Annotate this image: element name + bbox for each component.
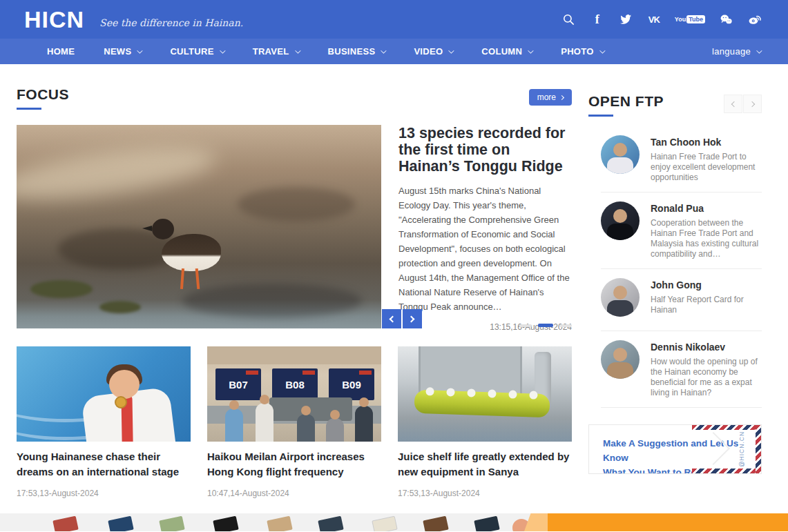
nav-item-travel[interactable]: TRAVEL — [253, 46, 299, 57]
person-name[interactable]: Ronald Pua — [651, 203, 762, 214]
banner-product-thumb — [108, 516, 133, 531]
person-description: Cooperation between the Hainan Free Trad… — [651, 218, 762, 259]
focus-slide-image[interactable] — [17, 125, 381, 328]
nav-item-video[interactable]: VIDEO — [414, 46, 452, 57]
vk-icon[interactable]: VK — [646, 12, 662, 27]
chevron-down-icon — [295, 48, 300, 53]
nav-item-label: CULTURE — [170, 46, 213, 57]
facebook-icon[interactable]: f — [590, 12, 605, 27]
site-header: HICN See the difference in Hainan. f VK … — [0, 0, 788, 39]
chevron-left-icon — [731, 101, 736, 106]
nav-item-business[interactable]: BUSINESS — [328, 46, 385, 57]
focus-carousel: 13 species recorded for the first time o… — [17, 125, 572, 328]
nav-item-culture[interactable]: CULTURE — [170, 46, 223, 57]
nav-item-news[interactable]: NEWS — [104, 46, 141, 57]
article-image-airport[interactable]: B07 B08 B09 — [207, 346, 381, 442]
beach-foam-decor — [17, 137, 219, 209]
wet-sand-decor — [238, 187, 355, 221]
chevron-down-icon — [449, 48, 454, 53]
airmail-stripe-decor — [692, 469, 756, 473]
article-image-athlete[interactable] — [17, 346, 191, 442]
pagination-dot-active[interactable] — [538, 324, 553, 327]
more-label: more — [537, 92, 556, 102]
search-icon[interactable] — [561, 12, 577, 27]
focus-excerpt: August 15th marks China's National Ecolo… — [398, 184, 572, 314]
article-card[interactable]: B07 B08 B09 Haikou Meilan Airport increa… — [207, 346, 381, 498]
traveler-figure — [256, 403, 273, 442]
openftp-next-button[interactable] — [743, 95, 762, 113]
nav-item-label: HOME — [47, 46, 75, 57]
seaweed-decor — [99, 301, 141, 313]
nav-item-label: PHOTO — [561, 46, 594, 57]
banner-product-thumb — [372, 516, 397, 531]
chevron-down-icon — [528, 48, 533, 53]
banner-orange-panel — [548, 513, 788, 531]
departure-screen: B07 — [215, 368, 261, 400]
suggestion-stamp: @HICN.CN — [738, 431, 745, 467]
focus-more-button[interactable]: more — [529, 89, 572, 106]
title-underline — [588, 115, 613, 117]
pagination-dot[interactable] — [519, 324, 532, 327]
person-description: Half Year Report Card for Hainan — [651, 295, 762, 315]
chevron-down-icon — [220, 48, 225, 53]
nav-item-label: VIDEO — [414, 46, 443, 57]
airport-ceiling-decor — [207, 346, 381, 364]
traveler-figure — [326, 418, 344, 442]
carousel-prev-button[interactable] — [382, 309, 401, 328]
language-selector[interactable]: language — [712, 46, 760, 57]
banner-product-thumb — [213, 516, 238, 531]
person-name[interactable]: John Gong — [651, 279, 762, 290]
traveler-figure — [355, 406, 373, 442]
steel-wall-decor — [419, 346, 522, 395]
banner-product-thumb — [423, 516, 448, 531]
article-title[interactable]: Young Hainanese chase their dreams on an… — [17, 449, 191, 480]
suggestion-line1: Make A Suggestion and Let Us Know — [603, 436, 761, 465]
pagination-dot[interactable] — [559, 324, 572, 327]
chevron-right-icon — [559, 95, 564, 99]
seaweed-decor — [30, 280, 93, 298]
article-image-juice-machine[interactable] — [398, 346, 572, 442]
juice-machine-decor — [414, 390, 550, 418]
title-underline — [17, 108, 41, 110]
youtube-icon[interactable]: YouTube — [675, 12, 705, 27]
article-timestamp: 10:47,14-August-2024 — [207, 489, 381, 498]
athlete-figure — [109, 370, 140, 399]
chevron-down-icon — [599, 48, 605, 53]
person-item[interactable]: Tan Choon Hok Hainan Free Trade Port to … — [601, 126, 762, 193]
focus-headline[interactable]: 13 species recorded for the first time o… — [398, 125, 572, 175]
twitter-icon[interactable] — [618, 12, 633, 27]
chevron-down-icon — [756, 48, 762, 53]
person-name[interactable]: Dennis Nikolaev — [651, 342, 762, 353]
social-icons: f VK YouTube — [561, 12, 762, 27]
chevron-down-icon — [381, 48, 387, 53]
person-name[interactable]: Tan Choon Hok — [651, 137, 762, 148]
openftp-prev-button[interactable] — [724, 95, 742, 113]
article-title[interactable]: Juice shelf life greatly extended by new… — [398, 449, 572, 480]
floor-reflection-decor — [398, 418, 572, 442]
article-title[interactable]: Haikou Meilan Airport increases Hong Kon… — [207, 449, 381, 480]
openftp-title: OPEN FTP — [588, 93, 664, 110]
carousel-next-button[interactable] — [403, 309, 422, 328]
site-logo[interactable]: HICN — [24, 8, 84, 31]
avatar — [601, 278, 640, 317]
person-item[interactable]: Dennis Nikolaev How would the opening up… — [601, 331, 762, 408]
article-timestamp: 17:53,13-August-2024 — [17, 489, 191, 498]
person-description: Hainan Free Trade Port to enjoy excellen… — [651, 152, 762, 183]
wechat-icon[interactable] — [718, 12, 733, 27]
suggestion-banner[interactable]: Make A Suggestion and Let Us Know What Y… — [588, 424, 762, 474]
nav-item-photo[interactable]: PHOTO — [561, 46, 604, 57]
language-label: language — [712, 46, 751, 57]
chevron-left-icon — [390, 315, 396, 322]
bottom-banner[interactable] — [0, 513, 788, 531]
person-item[interactable]: John Gong Half Year Report Card for Hain… — [601, 269, 762, 331]
article-card[interactable]: Young Hainanese chase their dreams on an… — [17, 346, 191, 498]
article-card[interactable]: Juice shelf life greatly extended by new… — [398, 346, 572, 498]
person-item[interactable]: Ronald Pua Cooperation between the Haina… — [601, 193, 762, 269]
nav-item-column[interactable]: COLUMN — [481, 46, 532, 57]
bird-photo-subject — [148, 213, 244, 317]
traveler-figure — [297, 414, 315, 442]
nav-item-home[interactable]: HOME — [47, 46, 75, 57]
weibo-icon[interactable] — [747, 12, 762, 27]
departure-screen: B09 — [329, 368, 374, 400]
banner-product-thumb — [159, 516, 184, 531]
